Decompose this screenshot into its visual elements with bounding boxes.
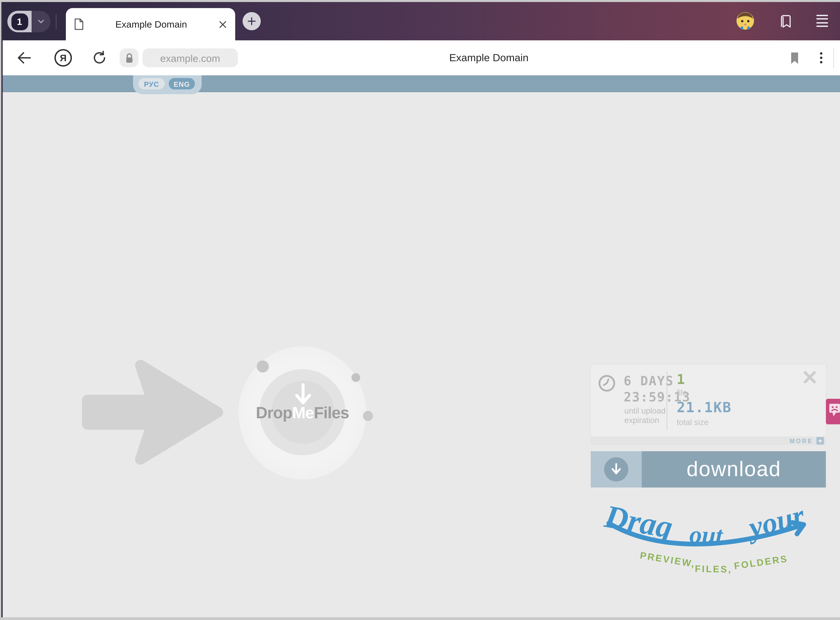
download-button-label: download	[642, 451, 826, 488]
panel-divider	[667, 371, 667, 430]
expiry-days: 6 DAYS	[624, 373, 674, 388]
kebab-menu-icon	[815, 51, 827, 65]
more-label: MORE	[790, 438, 813, 444]
more-plus-icon[interactable]: +	[816, 437, 824, 444]
down-arrow-icon	[610, 463, 622, 476]
tab-list-dropdown[interactable]	[32, 11, 50, 32]
clock-icon	[598, 375, 615, 392]
back-button[interactable]	[15, 48, 34, 67]
yandex-logo-icon: Я	[54, 49, 72, 66]
logo-download-arrow-icon	[294, 383, 312, 406]
download-button[interactable]: download	[591, 451, 826, 488]
logo-dot	[351, 373, 360, 382]
site-security-button[interactable]	[120, 48, 138, 67]
panel-close-icon[interactable]	[803, 370, 816, 384]
total-size-label: total size	[677, 418, 708, 427]
url-text: example.com	[160, 52, 220, 63]
site-header-bar	[3, 75, 840, 92]
drag-hint-sub: FILES,	[694, 563, 732, 575]
page-content: РУС ENG DropMeFiles	[3, 75, 840, 617]
page-icon	[74, 18, 84, 30]
collections-button[interactable]	[776, 11, 796, 31]
yandex-services-button[interactable]: Я	[54, 48, 73, 67]
lang-eng-button[interactable]: ENG	[169, 78, 195, 89]
toolbar: Я example.com Example Domain	[3, 41, 840, 75]
refresh-button[interactable]	[90, 48, 109, 67]
tab-count-badge: 1	[11, 13, 28, 30]
expiry-caption: until upload expiration	[624, 406, 666, 425]
refresh-icon	[92, 50, 108, 66]
menu-icon[interactable]	[812, 11, 832, 31]
lock-icon	[124, 52, 134, 63]
tab-counter-button[interactable]: 1	[8, 11, 50, 32]
bookmark-button[interactable]	[785, 48, 804, 67]
tab-close-icon[interactable]	[218, 20, 227, 29]
avatar[interactable]	[735, 11, 755, 31]
upload-info-panel: 6 DAYS 23:59:13 until upload expiration …	[591, 364, 826, 436]
page-title: Example Domain	[449, 41, 528, 75]
address-bar[interactable]: example.com	[142, 48, 238, 67]
avatar-face-icon	[736, 11, 754, 30]
collections-bookmark-icon	[778, 13, 793, 29]
lang-rus-button[interactable]: РУС	[138, 78, 165, 89]
drag-hint-arrow	[605, 514, 817, 560]
feedback-tab[interactable]	[826, 399, 840, 424]
back-arrow-icon	[16, 50, 32, 66]
toolbar-divider	[833, 48, 834, 68]
more-bar[interactable]: MORE +	[591, 436, 826, 445]
drop-arrow-graphic	[81, 349, 225, 476]
download-circle-icon	[604, 457, 628, 482]
more-menu-button[interactable]	[812, 48, 831, 67]
tab-counter-segment: 1	[8, 11, 32, 32]
tab-title: Example Domain	[84, 19, 218, 30]
logo-dot	[257, 360, 269, 373]
window-frame: 1 Example Domain	[2, 2, 840, 617]
plus-icon	[247, 16, 257, 26]
new-tab-button[interactable]	[243, 12, 261, 30]
chevron-down-icon	[36, 17, 46, 26]
bookmark-icon	[789, 51, 800, 64]
file-count: 1	[677, 371, 686, 387]
language-switcher: РУС ENG	[133, 75, 202, 94]
titlebar: 1 Example Domain	[3, 2, 840, 41]
sad-face-icon	[828, 402, 840, 418]
tab-example-domain[interactable]: Example Domain	[66, 8, 235, 41]
titlebar-divider	[56, 14, 57, 29]
download-button-icon-area	[591, 451, 642, 488]
file-count-label: file	[677, 388, 687, 397]
browser-window: 1 Example Domain	[0, 0, 840, 620]
logo-wordmark: DropMeFiles	[238, 403, 366, 422]
total-size: 21.1KB	[677, 399, 732, 415]
